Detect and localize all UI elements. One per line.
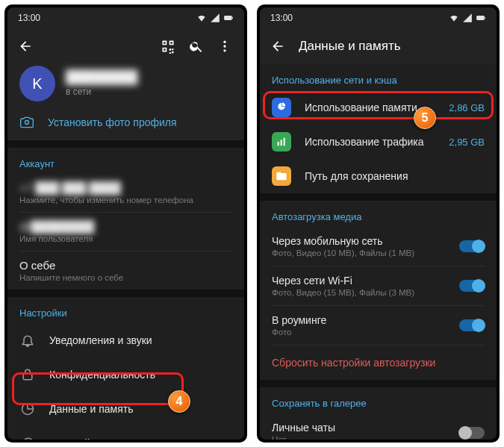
bio-row[interactable]: О себе Напишите немного о себе (7, 251, 244, 290)
svg-point-2 (223, 41, 225, 43)
autodl-head: Автозагрузка медиа (260, 201, 497, 227)
bio-hint: Напишите немного о себе (19, 273, 232, 282)
usage-section: Использование сети и кэша Использование … (260, 64, 497, 193)
savepath-label: Путь для сохранения (305, 170, 485, 182)
profile-block: K ████████ в сети Установить фото профил… (7, 64, 244, 140)
private-label: Личные чаты (272, 422, 446, 434)
bell-icon (20, 333, 35, 348)
chat-icon (20, 436, 35, 440)
svg-point-4 (223, 49, 225, 51)
private-sub: Нет (272, 435, 446, 440)
search-button[interactable] (184, 34, 208, 58)
pie-chart-icon (20, 401, 35, 416)
lock-icon (20, 367, 35, 382)
status-icons (449, 13, 486, 23)
set-photo-button[interactable]: Установить фото профиля (19, 115, 232, 130)
qr-icon (161, 39, 175, 54)
phone-row[interactable]: +7 ███ ███ ████ Нажмите, чтобы изменить … (7, 174, 244, 212)
account-section: Аккаунт +7 ███ ███ ████ Нажмите, чтобы и… (7, 148, 244, 290)
topbar-left (7, 28, 244, 64)
reset-autodl-row[interactable]: Сбросить настройки автозагрузки (260, 346, 497, 380)
roaming-label: В роуминге (272, 314, 446, 326)
signal-icon (462, 13, 473, 23)
chart-icon (272, 132, 291, 151)
settings-data[interactable]: Данные и память (7, 392, 244, 426)
search-icon (189, 39, 204, 54)
network-usage-row[interactable]: Использование трафика 2,95 GB (260, 125, 497, 159)
savepath-row[interactable]: Путь для сохранения (260, 159, 497, 193)
phone-hint: Нажмите, чтобы изменить номер телефона (19, 196, 232, 204)
svg-rect-9 (278, 142, 279, 146)
roaming-toggle[interactable] (459, 319, 485, 331)
more-vert-icon (217, 39, 232, 54)
item-label: Конфиденциальность (49, 369, 232, 381)
private-chats-row[interactable]: Личные чаты Нет (260, 413, 497, 440)
wifi-icon (449, 13, 459, 23)
svg-rect-5 (23, 374, 32, 380)
database-icon (272, 98, 291, 117)
wifi-row[interactable]: Через сети Wi-Fi Фото, Видео (15 MB), Фа… (260, 266, 497, 305)
username-hint: Имя пользователя (19, 234, 232, 243)
folder-icon (272, 166, 291, 186)
settings-notifications[interactable]: Уведомления и звуки (7, 323, 244, 357)
badge-5: 5 (414, 107, 436, 129)
signal-icon (210, 13, 220, 23)
profile-status: в сети (66, 87, 137, 97)
gallery-section: Сохранять в галерее Личные чаты Нет Груп… (260, 387, 497, 440)
roaming-sub: Фото (272, 328, 446, 337)
settings-head: Настройки (7, 297, 244, 323)
bio-label: О себе (19, 259, 232, 272)
profile-name: ████████ (66, 70, 137, 85)
arrow-left-icon (270, 39, 285, 54)
username-row[interactable]: @████████ Имя пользователя (7, 213, 244, 251)
item-label: Уведомления и звуки (49, 334, 232, 346)
svg-rect-1 (232, 17, 233, 19)
item-label: Данные и память (49, 403, 232, 415)
status-icons (196, 13, 234, 23)
settings-chats[interactable]: Настройки чатов (7, 426, 244, 440)
svg-rect-10 (281, 140, 282, 146)
network-label: Использование трафика (305, 136, 435, 148)
avatar[interactable]: K (19, 66, 55, 101)
network-value: 2,95 GB (449, 137, 485, 148)
storage-value: 2,86 GB (449, 102, 485, 113)
back-button[interactable] (267, 36, 288, 57)
usage-head: Использование сети и кэша (260, 64, 497, 90)
account-head: Аккаунт (7, 148, 244, 174)
settings-privacy[interactable]: Конфиденциальность (7, 357, 244, 392)
wifi-toggle[interactable] (459, 280, 485, 292)
more-button[interactable] (213, 34, 237, 58)
svg-rect-11 (284, 138, 285, 146)
topbar-right: Данные и память (260, 28, 497, 64)
reset-label: Сбросить настройки автозагрузки (272, 357, 485, 369)
wifi-sub: Фото, Видео (15 MB), Файлы (3 MB) (272, 288, 446, 297)
status-time: 13:00 (270, 13, 293, 23)
item-label: Настройки чатов (49, 437, 232, 440)
status-bar-right: 13:00 (260, 7, 497, 28)
wifi-label: Через сети Wi-Fi (272, 275, 446, 287)
phone-value: +7 ███ ███ ████ (19, 181, 232, 194)
roaming-row[interactable]: В роуминге Фото (260, 306, 497, 345)
battery-icon (223, 13, 234, 23)
arrow-left-icon (18, 39, 33, 54)
page-title: Данные и память (299, 39, 489, 54)
svg-point-3 (223, 45, 225, 47)
private-toggle[interactable] (459, 427, 485, 439)
settings-section: Настройки Уведомления и звуки Конфиденци… (7, 297, 244, 440)
mobile-label: Через мобильную сеть (272, 235, 446, 247)
mobile-sub: Фото, Видео (10 MB), Файлы (1 MB) (272, 248, 446, 257)
mobile-toggle[interactable] (459, 240, 485, 252)
autodownload-section: Автозагрузка медиа Через мобильную сеть … (260, 201, 497, 380)
gallery-head: Сохранять в галерее (260, 387, 497, 413)
svg-rect-7 (476, 16, 485, 20)
wifi-icon (196, 13, 207, 23)
storage-usage-row[interactable]: Использование памяти 2,86 GB (260, 90, 497, 125)
battery-icon (476, 13, 486, 23)
back-button[interactable] (15, 36, 36, 57)
mobile-data-row[interactable]: Через мобильную сеть Фото, Видео (10 MB)… (260, 227, 497, 266)
set-photo-label: Установить фото профиля (48, 116, 177, 128)
badge-4: 4 (168, 390, 190, 413)
svg-rect-0 (224, 16, 232, 20)
qr-button[interactable] (156, 34, 180, 58)
svg-rect-8 (485, 17, 485, 19)
